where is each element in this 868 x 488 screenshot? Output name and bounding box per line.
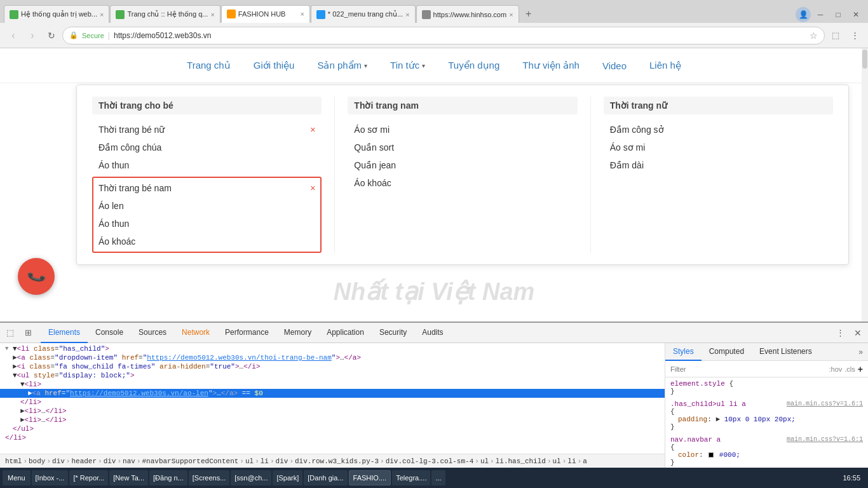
breadcrumb-nav[interactable]: nav [123, 458, 135, 465]
dropdown-item-ao-thun1[interactable]: Áo thun [92, 156, 322, 174]
breadcrumb-lihaschild[interactable]: li.has_child [496, 458, 546, 465]
tab5-close[interactable]: × [509, 11, 513, 18]
taskbar-menu[interactable]: Menu [3, 470, 31, 485]
browser-tab-1[interactable]: Hệ thống quản trị web... × [4, 5, 109, 23]
devtools-tab-elements[interactable]: Elements [41, 323, 88, 343]
dropdown-item-dam-cong-chua[interactable]: Đầm công chúa [92, 139, 322, 156]
cast-icon[interactable]: ⬚ [827, 27, 844, 44]
dropdown-item-quan-sort[interactable]: Quần sort [348, 139, 577, 156]
taskbar-more[interactable]: ... [431, 470, 445, 485]
new-tab-button[interactable]: + [520, 5, 538, 23]
bookmark-icon[interactable]: ☆ [810, 30, 818, 41]
back-button[interactable]: ‹ [5, 27, 22, 44]
breadcrumb-li2[interactable]: li [567, 458, 576, 465]
styles-tab-event-listeners[interactable]: Event Listeners [752, 343, 820, 361]
dropdown-item-be-nu[interactable]: Thời trang bé nữ × [92, 121, 322, 139]
breadcrumb-header[interactable]: header [71, 458, 97, 465]
tab4-close[interactable]: × [405, 11, 409, 18]
devtools-tab-audits[interactable]: Audits [414, 323, 451, 343]
tab3-close[interactable]: × [300, 10, 304, 18]
tab1-close[interactable]: × [100, 11, 104, 18]
breadcrumb-navbarcontent[interactable]: #navbarSupportedContent [142, 458, 239, 465]
dropdown-item-ao-khoac1[interactable]: Áo khoác [93, 233, 320, 250]
taskbar-dangn[interactable]: [Đăng n... [149, 470, 187, 485]
devtools-tab-application[interactable]: Application [319, 323, 372, 343]
taskbar-danh-gia[interactable]: [Danh gia... [304, 470, 347, 485]
nav-trangchu[interactable]: Trang chủ [184, 57, 233, 74]
breadcrumb-ul3[interactable]: ul [553, 458, 561, 465]
devtools-tab-network[interactable]: Network [174, 323, 217, 343]
taskbar-screens[interactable]: [Screens... [189, 470, 230, 485]
forward-button[interactable]: › [24, 27, 41, 44]
styles-filter-input[interactable] [670, 365, 829, 373]
close-window-button[interactable]: ✕ [848, 6, 864, 23]
breadcrumb-li[interactable]: li [261, 458, 269, 465]
breadcrumb-html[interactable]: html [5, 458, 22, 465]
dropdown-item-quan-jean[interactable]: Quần jean [348, 156, 577, 174]
tab2-close[interactable]: × [210, 11, 214, 18]
nav-lienhe[interactable]: Liên hệ [647, 57, 684, 74]
devtools-inspect-icon[interactable]: ⬚ [3, 325, 18, 341]
breadcrumb-a[interactable]: a [583, 458, 587, 465]
devtools-tab-performance[interactable]: Performance [217, 323, 276, 343]
devtools-tab-security[interactable]: Security [372, 323, 414, 343]
add-style-icon[interactable]: + [858, 364, 863, 374]
breadcrumb-div1[interactable]: div [52, 458, 65, 465]
styles-tab-more[interactable]: » [853, 343, 868, 361]
dropdown-item-dam-dai[interactable]: Đầm dài [604, 156, 833, 174]
taskbar-fashio[interactable]: FASHIO.... [349, 470, 391, 485]
nav-sanpham[interactable]: Sản phẩm ▾ [315, 57, 370, 74]
cls-filter[interactable]: .cls [844, 365, 855, 373]
pseudo-filter[interactable]: :hov [829, 365, 843, 373]
scrollbar-right[interactable] [862, 48, 868, 322]
breadcrumb-divrow[interactable]: div.row.w3_kids.py-3 [295, 458, 379, 465]
devtools-close-icon[interactable]: ✕ [850, 325, 865, 341]
browser-tab-4[interactable]: * 022_menu trang chủ... × [311, 5, 416, 23]
devtools-tab-sources[interactable]: Sources [131, 323, 174, 343]
reload-button[interactable]: ↻ [43, 27, 60, 44]
taskbar-report[interactable]: [* Repor... [69, 470, 108, 485]
styles-tab-computed[interactable]: Computed [702, 343, 752, 361]
dropdown-item-ao-thun2[interactable]: Áo thun [93, 215, 320, 233]
dropdown-item-ao-so-mi-nu[interactable]: Áo sơ mi [604, 139, 833, 156]
nav-thuvienanhe[interactable]: Thư viện ảnh [520, 57, 582, 74]
nav-gioithieu[interactable]: Giới thiệu [251, 57, 297, 74]
breadcrumb-div3[interactable]: div [276, 458, 288, 465]
devtools-settings-icon[interactable]: ⋮ [832, 325, 848, 341]
profile-icon[interactable]: 👤 [796, 7, 811, 22]
has-child-file[interactable]: main.min.css?v=1.6:1 [787, 400, 863, 408]
styles-tab-styles[interactable]: Styles [665, 343, 702, 361]
breadcrumb-div2[interactable]: div [104, 458, 116, 465]
dropdown-item-dam-cong-so[interactable]: Đầm công sở [604, 121, 833, 139]
breadcrumb-divcol[interactable]: div.col-lg-3.col-sm-4 [386, 458, 474, 465]
devtools-tab-memory[interactable]: Memory [276, 323, 319, 343]
taskbar-ssn[interactable]: [ssn@ch... [231, 470, 271, 485]
nav-tuyendung[interactable]: Tuyển dụng [445, 57, 502, 74]
dropdown-item-ao-len[interactable]: Áo len [93, 197, 320, 215]
breadcrumb-ul[interactable]: ul [245, 458, 254, 465]
breadcrumb-body[interactable]: body [29, 458, 45, 465]
devtools-tab-console[interactable]: Console [88, 323, 131, 343]
taskbar-telegra[interactable]: Telegra.... [392, 470, 430, 485]
maximize-button[interactable]: □ [830, 6, 846, 23]
nav-video[interactable]: Video [600, 58, 629, 74]
dropdown-item-be-nam[interactable]: Thời trang bé nam × [93, 179, 320, 197]
triangle-1[interactable]: ▼ [5, 346, 13, 352]
url-input[interactable]: 🔒 Secure | https://demo5012.web30s.vn ☆ [62, 27, 825, 44]
minimize-button[interactable]: ─ [812, 6, 829, 23]
taskbar-spark[interactable]: [Spark] [273, 470, 302, 485]
settings-icon[interactable]: ⋮ [846, 27, 863, 44]
nav-tintuc[interactable]: Tin tức ▾ [388, 57, 428, 74]
devtools-responsive-icon[interactable]: ⊞ [20, 325, 36, 341]
dropdown-item-ao-so-mi-nam[interactable]: Áo sơ mi [348, 121, 577, 139]
browser-tab-3[interactable]: FASHION HUB × [221, 5, 310, 23]
phone-button[interactable]: 📞 [18, 258, 55, 295]
dropdown-item-ao-khoac2[interactable]: Áo khoác [348, 174, 577, 192]
navbar-file[interactable]: main.min.css?v=1.6:1 [787, 436, 863, 444]
color-swatch[interactable] [709, 452, 714, 458]
taskbar-inbox[interactable]: [Inbox -... [32, 470, 69, 485]
breadcrumb-ul2[interactable]: ul [480, 458, 489, 465]
taskbar-newtab[interactable]: [New Ta... [109, 470, 148, 485]
browser-tab-5[interactable]: https://www.hinhso.com × [416, 5, 519, 23]
browser-tab-2[interactable]: Trang chủ :: Hệ thống q... × [110, 5, 220, 23]
